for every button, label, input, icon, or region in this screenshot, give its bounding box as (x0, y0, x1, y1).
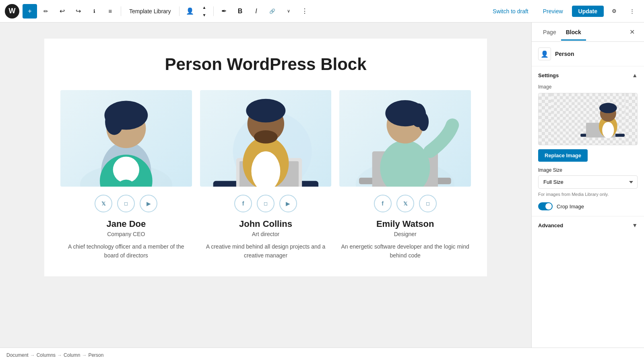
twitter-icon-3: 𝕏 (403, 201, 407, 207)
image-label: Image (538, 84, 638, 90)
sidebar: Page Block ✕ 👤 Person Settings ▲ Image (531, 23, 644, 348)
toggle-knob (545, 203, 552, 210)
person-image-3 (339, 90, 471, 187)
facebook-icon: f (242, 200, 244, 207)
youtube-icon-btn-2[interactable]: ▶ (279, 195, 297, 212)
more-menu-button[interactable]: ⋮ (625, 4, 639, 19)
breadcrumb-sep-3: → (82, 352, 87, 358)
tab-block[interactable]: Block (561, 23, 586, 41)
editor-canvas: Person WordPress Block (44, 39, 487, 276)
main-layout: Person WordPress Block (0, 23, 644, 348)
chevron-down-icon: ∨ (287, 8, 290, 14)
expand-icon: ▼ (632, 222, 638, 228)
svg-point-6 (113, 157, 139, 183)
person-icon: 👤 (541, 50, 549, 58)
facebook-icon-btn-3[interactable]: f (374, 195, 392, 212)
list-icon: ≡ (109, 8, 112, 14)
gear-icon: ⚙ (612, 8, 617, 14)
image-size-select[interactable]: Full Size Large Medium Thumbnail (538, 175, 638, 189)
person-card-1: 𝕏 ◻ ▶ Jane Doe Company CEO A chief techn… (60, 90, 192, 260)
social-icons-2: f ◻ ▶ (234, 195, 297, 212)
crop-image-toggle[interactable] (538, 202, 553, 210)
wp-logo[interactable]: W (5, 4, 19, 19)
person-title-3: Designer (394, 231, 417, 237)
block-info: 👤 Person (532, 42, 644, 66)
person-title-2: Art director (252, 231, 279, 237)
bold-icon: B (238, 8, 243, 15)
italic-icon: I (255, 8, 257, 15)
person-name-2: John Collins (239, 219, 292, 229)
person-image-2 (200, 90, 332, 187)
sidebar-tabs: Page Block (538, 23, 586, 41)
crop-image-row: Crop Image (538, 202, 638, 210)
link-icon: 🔗 (269, 8, 275, 14)
image-size-help: For images from Media Library only. (538, 192, 638, 197)
advanced-header[interactable]: Advanced ▼ (538, 222, 638, 228)
chevron-down-button[interactable]: ▼ (199, 11, 210, 19)
replace-image-button[interactable]: Replace Image (538, 149, 588, 162)
list-view-button[interactable]: ≡ (103, 4, 118, 19)
more-vertical-icon: ⋮ (301, 7, 308, 15)
toolbar-divider-2 (179, 6, 180, 16)
pencil-icon: ✏ (43, 8, 48, 14)
redo-button[interactable]: ↪ (71, 4, 85, 19)
instagram-icon-btn-2[interactable]: ◻ (257, 195, 275, 212)
person-desc-3: An energetic software developer and the … (339, 242, 471, 260)
settings-header[interactable]: Settings ▲ (538, 72, 638, 78)
info-button[interactable]: ℹ (87, 4, 101, 19)
italic-button[interactable]: I (249, 4, 264, 19)
block-icon: 👤 (538, 47, 551, 60)
add-icon: + (28, 8, 31, 15)
svg-point-4 (105, 109, 124, 135)
settings-button[interactable]: ⚙ (607, 4, 621, 19)
twitter-icon-btn-1[interactable]: 𝕏 (95, 195, 112, 212)
switch-draft-button[interactable]: Switch to draft (487, 6, 534, 17)
instagram-icon-btn-3[interactable]: ◻ (419, 195, 437, 212)
avatar-button[interactable]: 👤 (183, 4, 197, 19)
person-illustration-3 (339, 90, 471, 187)
sidebar-close-button[interactable]: ✕ (626, 27, 638, 38)
person-card-3: f 𝕏 ◻ Emily Watson Designer An energetic… (339, 90, 471, 260)
social-icons-1: 𝕏 ◻ ▶ (95, 195, 157, 212)
settings-title: Settings (538, 72, 559, 78)
facebook-icon-3: f (382, 200, 384, 207)
block-label: Person (555, 51, 574, 57)
advanced-title: Advanced (538, 222, 563, 228)
more-formatting-button[interactable]: ∨ (281, 4, 296, 19)
instagram-icon-3: ◻ (426, 201, 430, 206)
person-illustration-2 (200, 90, 332, 187)
facebook-icon-btn-2[interactable]: f (234, 195, 252, 212)
breadcrumb-person[interactable]: Person (88, 352, 103, 358)
toolbar-divider-1 (121, 6, 121, 16)
link-button[interactable]: 🔗 (265, 4, 280, 19)
svg-point-33 (602, 122, 614, 138)
tab-page[interactable]: Page (538, 23, 561, 41)
youtube-icon-btn-1[interactable]: ▶ (140, 195, 157, 212)
toolbar: W + ✏ ↩ ↪ ℹ ≡ Template Library 👤 ▲ ▼ ✒ B… (0, 0, 644, 23)
preview-button[interactable]: Preview (537, 6, 569, 17)
person-desc-1: A chief technology officer and a member … (60, 242, 192, 260)
person-name-3: Emily Watson (376, 219, 434, 229)
bold-button[interactable]: B (233, 4, 248, 19)
breadcrumb-columns[interactable]: Columns (37, 352, 56, 358)
undo-button[interactable]: ↩ (55, 4, 69, 19)
svg-point-16 (254, 130, 278, 144)
sidebar-header: Page Block ✕ (532, 23, 644, 42)
redo-icon: ↪ (76, 7, 81, 15)
more-options-button[interactable]: ⋮ (297, 4, 312, 19)
twitter-icon-btn-3[interactable]: 𝕏 (396, 195, 414, 212)
add-block-button[interactable]: + (23, 4, 37, 19)
template-library-label[interactable]: Template Library (124, 6, 176, 16)
pen-button[interactable]: ✒ (217, 4, 231, 19)
chevron-up-button[interactable]: ▲ (199, 4, 210, 11)
image-preview-svg (539, 93, 637, 145)
settings-section: Settings ▲ Image (532, 66, 644, 216)
update-button[interactable]: Update (572, 6, 604, 17)
breadcrumb-column[interactable]: Column (64, 352, 80, 358)
breadcrumb-document[interactable]: Document (6, 352, 29, 358)
youtube-icon: ▶ (147, 200, 151, 207)
instagram-icon-btn-1[interactable]: ◻ (117, 195, 135, 212)
person-title-1: Company CEO (107, 231, 145, 237)
person-desc-2: A creative mind behind all design projec… (200, 242, 332, 260)
tools-button[interactable]: ✏ (39, 4, 53, 19)
